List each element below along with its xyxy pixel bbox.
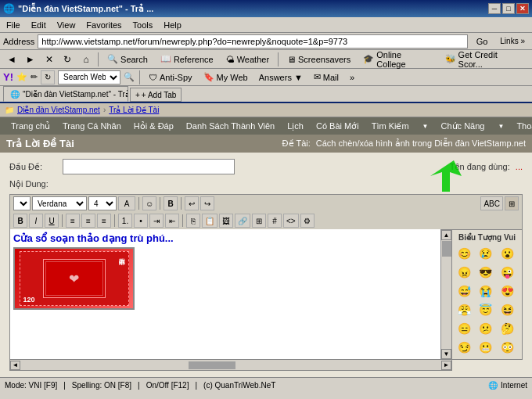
menu-view[interactable]: View — [52, 19, 81, 31]
yahoo-logo[interactable]: Y! — [3, 71, 13, 83]
address-input[interactable] — [38, 34, 467, 49]
maximize-button[interactable]: □ — [502, 3, 515, 14]
img-btn[interactable]: 🖼 — [219, 214, 233, 228]
italic-btn[interactable]: I — [29, 214, 43, 228]
emoji-14[interactable]: 😕 — [477, 320, 494, 337]
nav-members[interactable]: Danh Sách Thành Viên — [180, 120, 281, 132]
active-tab[interactable]: 🌐 "Diễn đàn VietStamp.net" - Trả ... ✕ — [3, 86, 128, 102]
back-button[interactable]: ◄ — [3, 52, 20, 67]
search-dropdown-arrow[interactable]: ▼ — [416, 121, 435, 131]
nav-home[interactable]: Trang chủ — [5, 120, 56, 133]
undo-button[interactable]: ↩ — [185, 196, 199, 210]
bold-btn-2[interactable]: B — [13, 214, 27, 228]
emoji-5[interactable]: 😎 — [477, 264, 494, 281]
menu-help[interactable]: Help — [159, 19, 186, 31]
emoji-4[interactable]: 😠 — [455, 264, 473, 281]
go-button[interactable]: Go — [471, 34, 494, 49]
breadcrumb-reply-link[interactable]: Trả Lời Đề Tài — [109, 106, 159, 114]
font-color-button[interactable]: A — [118, 196, 135, 210]
bold-button[interactable]: B — [164, 196, 178, 210]
links-button[interactable]: Links » — [496, 34, 529, 49]
align-left-btn[interactable]: ≡ — [66, 214, 80, 228]
underline-btn[interactable]: U — [45, 214, 59, 228]
expand-button[interactable]: ⊞ — [505, 196, 519, 210]
search-button[interactable]: 🔍 Search — [102, 52, 153, 67]
home-button[interactable]: ⌂ — [77, 52, 95, 67]
forward-button[interactable]: ► — [22, 52, 39, 67]
anti-spy-button[interactable]: 🛡 Anti-Spy — [145, 70, 196, 84]
emoji-15[interactable]: 🤔 — [498, 320, 516, 337]
more-button[interactable]: » — [346, 70, 358, 84]
breadcrumb-home-link[interactable]: Diễn đàn VietStamp.net — [17, 106, 100, 114]
scroll-thumb[interactable] — [442, 241, 451, 257]
code-btn[interactable]: <> — [283, 214, 299, 228]
answers-button[interactable]: Answers ▼ — [255, 70, 307, 84]
emoji-12[interactable]: 😆 — [498, 301, 516, 318]
scroll-down-button[interactable]: ▼ — [441, 349, 451, 359]
emoji-8[interactable]: 😭 — [477, 282, 494, 300]
outdent-btn[interactable]: ⇤ — [165, 214, 179, 228]
paste-btn[interactable]: 📋 — [202, 214, 217, 228]
yahoo-search-dropdown[interactable]: Search Web — [58, 70, 120, 84]
yahoo-refresh[interactable]: ↻ — [41, 70, 55, 84]
emoji-2[interactable]: 😢 — [477, 245, 494, 262]
emoji-11[interactable]: 😇 — [477, 301, 494, 318]
emoji-16[interactable]: 😏 — [455, 339, 473, 356]
align-center-btn[interactable]: ≡ — [81, 214, 95, 228]
nav-functions[interactable]: Chức Năng ▼ — [435, 120, 511, 133]
reference-button[interactable]: 📖 Reference — [155, 52, 219, 67]
online-college-button[interactable]: 🎓 Online College — [358, 52, 437, 67]
minimize-button[interactable]: ─ — [488, 3, 501, 14]
functions-dropdown-arrow[interactable]: ▼ — [491, 121, 510, 131]
nav-search[interactable]: Tìm Kiếm ▼ — [365, 120, 435, 133]
add-tab-button[interactable]: + + Add Tab — [130, 88, 182, 102]
nav-calendar[interactable]: Lịch — [281, 120, 310, 133]
emoji-3[interactable]: 😮 — [498, 245, 516, 262]
ol-btn[interactable]: 1. — [118, 214, 132, 228]
smiley-button[interactable]: ☺ — [142, 196, 156, 210]
refresh-button[interactable]: ↻ — [59, 52, 76, 67]
weather-button[interactable]: 🌤 Weather — [221, 52, 275, 67]
vertical-scrollbar[interactable]: ▲ ▼ — [441, 229, 452, 360]
emoji-7[interactable]: 😅 — [455, 282, 473, 300]
emoji-10[interactable]: 😤 — [455, 301, 473, 318]
scroll-up-button[interactable]: ▲ — [441, 230, 451, 240]
link-btn[interactable]: 🔗 — [235, 214, 250, 228]
copy-btn[interactable]: ⎘ — [186, 214, 200, 228]
emoji-9[interactable]: 😍 — [498, 282, 516, 300]
indent-btn[interactable]: ⇥ — [149, 214, 164, 228]
redo-button[interactable]: ↪ — [200, 196, 214, 210]
ul-btn[interactable]: • — [134, 214, 148, 228]
font-family-select[interactable]: Verdana — [32, 196, 87, 210]
emoji-18[interactable]: 😳 — [498, 339, 516, 356]
misc-btn[interactable]: ⚙ — [300, 214, 315, 228]
font-size-select[interactable]: 4 — [88, 196, 117, 210]
heading-input[interactable] — [63, 159, 235, 174]
horizontal-scrollbar[interactable]: ◄ ► — [9, 360, 452, 371]
menu-favorites[interactable]: Favorites — [81, 19, 126, 31]
hash-btn[interactable]: # — [268, 214, 282, 228]
table-btn[interactable]: ⊞ — [252, 214, 266, 228]
h-scroll-thumb[interactable] — [189, 361, 235, 369]
emoji-1[interactable]: 😊 — [455, 245, 473, 262]
scroll-right-button[interactable]: ► — [441, 361, 451, 370]
nav-profile[interactable]: Trang Cá Nhân — [56, 120, 128, 132]
editor-content[interactable]: Cửa sổ soạn thảo dạng trù phú... ❤ — [9, 229, 441, 360]
nav-qa[interactable]: Hỏi & Đáp — [128, 120, 180, 133]
screensavers-button[interactable]: 🖥 Screensavers — [282, 52, 356, 67]
scroll-left-button[interactable]: ◄ — [10, 361, 20, 370]
get-credit-button[interactable]: 🐝 Get Credit Scor... — [440, 52, 529, 67]
emoji-13[interactable]: 😑 — [455, 320, 473, 337]
emoji-17[interactable]: 😬 — [477, 339, 494, 356]
nav-logout[interactable]: Thoát — [510, 120, 532, 132]
close-button[interactable]: ✕ — [516, 3, 529, 14]
my-web-button[interactable]: 🔖 My Web — [200, 70, 252, 84]
mail-button[interactable]: ✉ Mail — [310, 70, 343, 84]
menu-file[interactable]: File — [2, 19, 25, 31]
stop-button[interactable]: ✕ — [41, 52, 58, 67]
spellcheck-button[interactable]: ABC — [480, 196, 503, 210]
menu-tools[interactable]: Tools — [128, 19, 158, 31]
font-size-small[interactable]: A — [13, 196, 31, 210]
nav-new-posts[interactable]: Có Bài Mới — [310, 120, 365, 133]
align-right-btn[interactable]: ≡ — [97, 214, 111, 228]
